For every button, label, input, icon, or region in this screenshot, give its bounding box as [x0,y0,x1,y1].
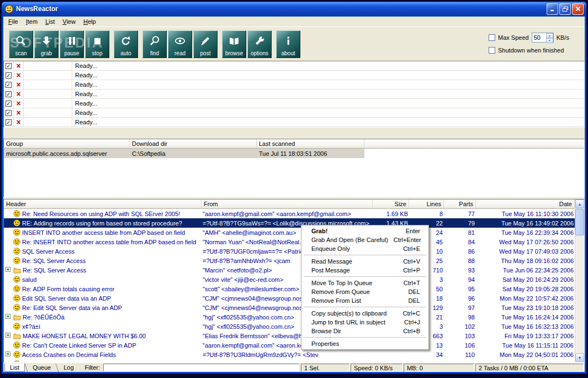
task-delete-icon[interactable]: × [16,62,20,69]
column-header-header[interactable]: Header [4,200,202,209]
maximize-button[interactable] [559,3,571,15]
context-menu-item-remove-from-queue[interactable]: Remove From QueueDEL [303,287,427,296]
scroll-up-icon[interactable]: ▲ [575,200,584,208]
spin-up-button[interactable]: ▲ [546,33,553,38]
context-menu-item-remove-from-list[interactable]: Remove From ListDEL [303,296,427,305]
status-panel: Speed: 0 KB/s [351,364,402,372]
group-column-header-last-scanned[interactable]: Last scanned [257,139,364,149]
context-menu-item-move-to-top-in-queue[interactable]: Move To Top In QueueCtrl+T [303,279,427,287]
post-button[interactable]: post [193,30,218,58]
context-menu-item-read-message[interactable]: Read MessageCtrl+V [303,257,427,266]
article-row[interactable]: Re: ?ôÊÛÉóÔà"hgj" <xfl025535@yahoo.com.c… [4,312,575,322]
max-speed-value[interactable]: 50 [532,33,546,42]
spin-down-button[interactable]: ▼ [546,38,553,43]
article-row[interactable]: salud"victor vite" <jiji@ec-red.com>394S… [4,275,575,284]
task-enabled-checkbox[interactable]: ✓ [6,101,12,107]
article-row[interactable]: Re: ADP Form totals causing error"scott"… [4,284,575,293]
menu-view[interactable]: View [59,18,80,25]
scroll-down-icon[interactable]: ▼ [575,353,584,362]
article-row[interactable]: RE: Adding records using form based on s… [4,218,575,228]
task-delete-icon[interactable]: × [16,72,20,78]
expand-plus-icon[interactable] [6,267,12,273]
column-header-parts[interactable]: Parts [444,200,476,209]
row-gutter [6,220,12,226]
context-menu-item-copy-subject-s-to-clipboard[interactable]: Copy subject(s) to clipboardCtrl+C [303,309,427,318]
task-enabled-checkbox[interactable]: ✓ [6,72,12,78]
context-menu-item-jump-to-first-url-in-subject[interactable]: Jump to first URL in subjectCtrl+J [303,318,427,327]
menu-help[interactable]: Help [80,18,100,25]
column-header-date[interactable]: Date [476,200,575,209]
about-button[interactable]: about [276,30,300,58]
tab-queue[interactable]: Queue [28,364,56,372]
article-row[interactable]: Re: Need Resources on using ADP with SQL… [4,209,575,218]
options-button[interactable]: options [247,30,272,58]
minimize-button[interactable] [547,3,558,15]
filter-input[interactable] [103,364,299,371]
menu-item[interactable]: Item [22,18,41,25]
tab-log[interactable]: Log [59,364,78,372]
close-button[interactable] [572,3,584,15]
article-row[interactable]: Edit SQL Server data via an ADP"CJM" <cj… [4,293,575,303]
article-row[interactable]: Re: INSERT INTO another access table fro… [4,237,575,246]
article-row[interactable]: Access Crashes on Decimal Fields=?Utf-8?… [4,350,575,359]
article-row[interactable]: Re: SQL Server Access=?Utf-8?B?amNhbWxh?… [4,256,575,265]
context-menu-item-grab-and-open-be-careful[interactable]: Grab And Open (Be Careful)Ctrl+Enter [303,235,427,244]
article-row[interactable]: SQL Server Access=?Utf-8?B?UGF0cmljaw==?… [4,246,575,256]
expand-plus-icon[interactable] [6,351,12,358]
task-delete-icon[interactable]: × [16,91,20,97]
task-enabled-checkbox[interactable]: ✓ [6,110,12,116]
column-header-lines[interactable]: Lines [409,200,444,209]
column-header-size[interactable]: Size [373,200,409,209]
menu-file[interactable]: File [4,18,22,25]
max-speed-checkbox[interactable] [489,34,495,41]
pause-button[interactable]: pause [60,30,84,58]
task-enabled-checkbox[interactable]: ✓ [6,119,12,125]
task-row: ✓×Ready... [4,99,584,108]
article-from: "aaron.kempf@gmail.com" <aaron.kempf@gma… [202,211,373,217]
article-row[interactable]: Re: Edit SQL Server data via an ADP"CJM"… [4,303,575,312]
task-delete-icon[interactable]: × [16,100,20,107]
task-row: ✓×Ready... [4,80,584,90]
article-lines: 87 [409,361,444,363]
context-menu-item-post-message[interactable]: Post MessageCtrl+P [303,266,427,275]
shutdown-checkbox[interactable] [489,47,495,54]
scrollbar-thumb[interactable] [575,209,584,235]
article-row[interactable]: INSERT INTO another access table from AD… [4,228,575,237]
group-column-header-download-dir[interactable]: Download dir [130,139,257,149]
auto-button[interactable]: auto [114,30,138,58]
context-menu-item-properties[interactable]: Properties [303,339,427,348]
grab-button[interactable]: grab [34,30,59,58]
article-row[interactable]: Re: SQL Server Access"Marcin" <netfoto@o… [4,265,575,275]
task-enabled-checkbox[interactable]: ✓ [6,63,12,69]
task-delete-icon[interactable]: × [16,81,20,88]
task-info-cell [24,61,72,70]
article-row[interactable]: MAKE HONEST LEGAL MONEY WITH $6.00"Elias… [4,331,575,340]
task-delete-icon[interactable]: × [16,109,20,116]
expand-plus-icon[interactable] [6,333,12,339]
column-header-from[interactable]: From [202,200,373,209]
article-row[interactable]: quid parameter with SQL stored procedure… [4,359,575,363]
context-menu-item-enqueue-only[interactable]: Enqueue OnlyCtrl+E [303,244,427,253]
article-row[interactable]: Re: Can't Create Linked Server SP in ADP… [4,340,575,350]
scan-button[interactable]: scan [9,30,33,58]
tab-list[interactable]: List [4,364,25,372]
expand-plus-icon[interactable] [6,314,12,320]
stop-button[interactable]: stop [85,30,109,58]
find-button[interactable]: find [142,30,167,58]
titlebar[interactable]: NewsReactor [2,2,586,16]
context-menu-item-grab[interactable]: Grab!Enter [303,227,427,235]
group-row[interactable]: microsoft.public.access.adp.sqlserverC:\… [4,149,364,158]
max-speed-spinedit[interactable]: 50 ▲ ▼ [532,33,554,43]
group-column-header-group[interactable]: Group [4,139,130,149]
browse-button[interactable]: browse [222,30,246,58]
vertical-scrollbar[interactable]: ▲ ▼ [575,200,584,362]
article-row[interactable]: x¢?á±í"hgj" <xfl025535@yahoo.com.cn>3102… [4,322,575,331]
task-enabled-checkbox[interactable]: ✓ [6,91,12,97]
task-info-cell [24,108,72,117]
context-menu-item-browse-dir[interactable]: Browse DirCtrl+B [303,327,427,335]
task-delete-icon[interactable]: × [16,119,20,125]
article-date: Wed May 17 07:26:50 2006 [476,239,575,245]
read-button[interactable]: read [168,30,192,58]
task-enabled-checkbox[interactable]: ✓ [6,82,12,88]
menu-list[interactable]: List [41,18,59,25]
